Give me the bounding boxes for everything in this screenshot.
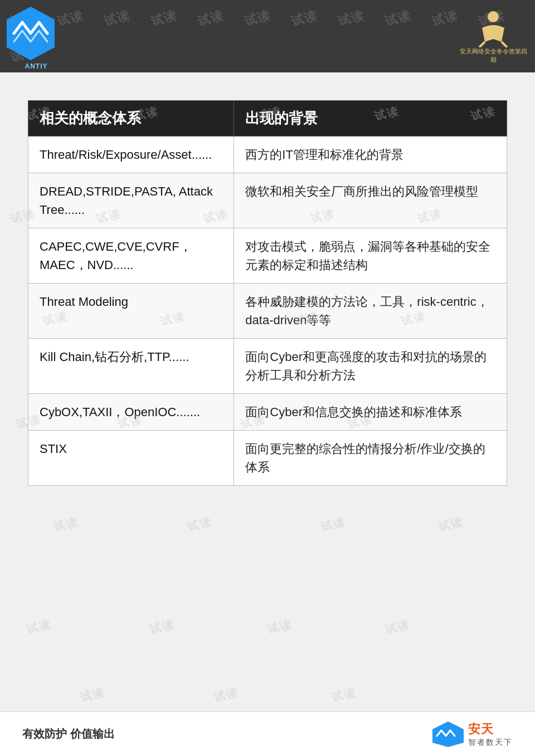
table-cell-right: 各种威胁建模的方法论，工具，risk-centric，data-driven等等 [234, 284, 507, 339]
table-cell-right: 西方的IT管理和标准化的背景 [234, 136, 507, 173]
watermark-item: 试读 [186, 514, 213, 534]
footer: 有效防护 价值输出 安天 智者数天下 [0, 711, 535, 756]
svg-line-3 [502, 42, 507, 47]
table-cell-left: STIX [28, 431, 234, 486]
table-cell-left: DREAD,STRIDE,PASTA, Attack Tree...... [28, 173, 234, 228]
right-logo-sub: 安天网络安全冬令营第四期 [457, 47, 529, 65]
table-row: Threat/Risk/Exposure/Asset......西方的IT管理和… [28, 136, 507, 173]
col-header-right: 出现的背景 [234, 101, 507, 136]
brand-name: 安天 [468, 721, 494, 738]
table-cell-left: Threat Modeling [28, 284, 234, 339]
watermark-item: 试读 [25, 616, 52, 637]
footer-right: 安天 智者数天下 [431, 720, 513, 748]
svg-line-2 [479, 42, 485, 47]
header-logo: ANTIY [6, 6, 67, 67]
col-header-left: 相关的概念体系 [28, 101, 234, 136]
table-cell-left: Kill Chain,钻石分析,TTP...... [28, 339, 234, 394]
header-watermarks: 试读 试读 试读 试读 试读 试读 试读 试读 试读 试读 试读 试读 [0, 0, 535, 72]
table-cell-right: 面向更完整的综合性的情报分析/作业/交换的体系 [234, 431, 507, 486]
table-row: Kill Chain,钻石分析,TTP......面向Cyber和更高强度的攻击… [28, 339, 507, 394]
table-cell-right: 面向Cyber和更高强度的攻击和对抗的场景的分析工具和分析方法 [234, 339, 507, 394]
table-row: STIX面向更完整的综合性的情报分析/作业/交换的体系 [28, 431, 507, 486]
table-row: CybOX,TAXII，OpenIOC.......面向Cyber和信息交换的描… [28, 394, 507, 431]
table-row: Threat Modeling各种威胁建模的方法论，工具，risk-centri… [28, 284, 507, 339]
table-cell-right: 对攻击模式，脆弱点，漏洞等各种基础的安全元素的标定和描述结构 [234, 228, 507, 284]
table-cell-left: Threat/Risk/Exposure/Asset...... [28, 136, 234, 173]
watermark-item: 试读 [266, 616, 293, 637]
watermark-item: 试读 [319, 514, 347, 534]
svg-point-1 [488, 11, 499, 22]
watermark-item: 试读 [437, 514, 464, 534]
table-row: DREAD,STRIDE,PASTA, Attack Tree......微软和… [28, 173, 507, 228]
header-right-logo: 安天网络安全冬令营第四期 [457, 6, 529, 67]
main-content: 相关的概念体系 出现的背景 Threat/Risk/Exposure/Asset… [0, 72, 535, 508]
watermark-item: 试读 [212, 685, 240, 705]
watermark-item: 试读 [330, 685, 357, 705]
watermark-item: 试读 [52, 514, 79, 534]
brand-sub: 智者数天下 [468, 738, 513, 748]
table-row: CAPEC,CWE,CVE,CVRF，MAEC，NVD......对攻击模式，脆… [28, 228, 507, 284]
table-cell-right: 微软和相关安全厂商所推出的风险管理模型 [234, 173, 507, 228]
concept-table: 相关的概念体系 出现的背景 Threat/Risk/Exposure/Asset… [28, 100, 507, 486]
table-cell-right: 面向Cyber和信息交换的描述和标准体系 [234, 394, 507, 431]
watermark-item: 试读 [383, 616, 411, 637]
logo-text: ANTIY [6, 62, 67, 70]
table-cell-left: CybOX,TAXII，OpenIOC....... [28, 394, 234, 431]
footer-left-text: 有效防护 价值输出 [22, 726, 115, 742]
header: ANTIY 试读 试读 试读 试读 试读 试读 试读 试读 试读 试读 试读 试… [0, 0, 535, 72]
table-cell-left: CAPEC,CWE,CVE,CVRF，MAEC，NVD...... [28, 228, 234, 284]
watermark-item: 试读 [148, 616, 176, 637]
watermark-item: 试读 [79, 685, 106, 705]
